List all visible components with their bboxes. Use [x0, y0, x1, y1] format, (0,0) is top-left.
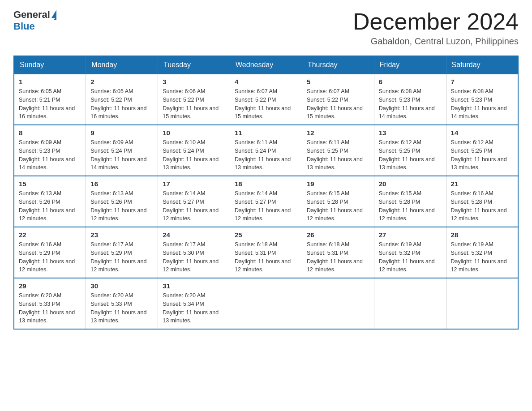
day-info: Sunrise: 6:17 AMSunset: 5:30 PMDaylight:…	[163, 240, 225, 274]
day-number: 28	[451, 231, 513, 239]
day-info: Sunrise: 6:08 AMSunset: 5:23 PMDaylight:…	[379, 87, 442, 121]
table-row: 29Sunrise: 6:20 AMSunset: 5:33 PMDayligh…	[14, 278, 86, 329]
calendar-week-row: 15Sunrise: 6:13 AMSunset: 5:26 PMDayligh…	[14, 176, 518, 227]
logo-blue-text: Blue	[13, 21, 35, 32]
table-row: 13Sunrise: 6:12 AMSunset: 5:25 PMDayligh…	[374, 125, 446, 176]
logo-icon	[51, 10, 56, 20]
table-row: 18Sunrise: 6:14 AMSunset: 5:27 PMDayligh…	[230, 176, 302, 227]
day-number: 6	[379, 78, 442, 86]
day-info: Sunrise: 6:12 AMSunset: 5:25 PMDaylight:…	[451, 138, 513, 172]
table-row: 10Sunrise: 6:10 AMSunset: 5:24 PMDayligh…	[158, 125, 230, 176]
day-info: Sunrise: 6:18 AMSunset: 5:31 PMDaylight:…	[235, 240, 297, 274]
calendar-week-row: 1Sunrise: 6:05 AMSunset: 5:21 PMDaylight…	[14, 74, 518, 125]
day-number: 31	[163, 282, 225, 290]
day-info: Sunrise: 6:18 AMSunset: 5:31 PMDaylight:…	[307, 240, 369, 274]
col-wednesday: Wednesday	[230, 56, 302, 74]
col-tuesday: Tuesday	[158, 56, 230, 74]
day-number: 1	[19, 78, 81, 86]
day-info: Sunrise: 6:14 AMSunset: 5:27 PMDaylight:…	[163, 189, 225, 223]
day-info: Sunrise: 6:13 AMSunset: 5:26 PMDaylight:…	[19, 189, 81, 223]
day-number: 2	[90, 78, 153, 86]
day-number: 15	[19, 180, 81, 188]
day-info: Sunrise: 6:17 AMSunset: 5:29 PMDaylight:…	[90, 240, 153, 274]
table-row: 17Sunrise: 6:14 AMSunset: 5:27 PMDayligh…	[158, 176, 230, 227]
table-row: 27Sunrise: 6:19 AMSunset: 5:32 PMDayligh…	[374, 227, 446, 278]
calendar-table: Sunday Monday Tuesday Wednesday Thursday…	[13, 56, 519, 330]
day-info: Sunrise: 6:13 AMSunset: 5:26 PMDaylight:…	[90, 189, 153, 223]
day-info: Sunrise: 6:11 AMSunset: 5:24 PMDaylight:…	[235, 138, 297, 172]
day-info: Sunrise: 6:20 AMSunset: 5:34 PMDaylight:…	[163, 291, 225, 325]
day-number: 10	[163, 129, 225, 137]
day-number: 12	[307, 129, 369, 137]
table-row	[446, 278, 518, 329]
day-number: 16	[90, 180, 153, 188]
day-info: Sunrise: 6:12 AMSunset: 5:25 PMDaylight:…	[379, 138, 442, 172]
table-row	[302, 278, 374, 329]
header: General Blue December 2024 Gabaldon, Cen…	[13, 9, 519, 47]
month-title: December 2024	[353, 9, 519, 34]
col-sunday: Sunday	[14, 56, 86, 74]
day-number: 13	[379, 129, 442, 137]
day-number: 27	[379, 231, 442, 239]
table-row: 12Sunrise: 6:11 AMSunset: 5:25 PMDayligh…	[302, 125, 374, 176]
day-number: 24	[163, 231, 225, 239]
table-row: 22Sunrise: 6:16 AMSunset: 5:29 PMDayligh…	[14, 227, 86, 278]
table-row: 9Sunrise: 6:09 AMSunset: 5:24 PMDaylight…	[86, 125, 158, 176]
day-number: 19	[307, 180, 369, 188]
table-row: 8Sunrise: 6:09 AMSunset: 5:23 PMDaylight…	[14, 125, 86, 176]
table-row: 16Sunrise: 6:13 AMSunset: 5:26 PMDayligh…	[86, 176, 158, 227]
day-info: Sunrise: 6:08 AMSunset: 5:23 PMDaylight:…	[451, 87, 513, 121]
day-info: Sunrise: 6:16 AMSunset: 5:29 PMDaylight:…	[19, 240, 81, 274]
table-row: 19Sunrise: 6:15 AMSunset: 5:28 PMDayligh…	[302, 176, 374, 227]
table-row: 11Sunrise: 6:11 AMSunset: 5:24 PMDayligh…	[230, 125, 302, 176]
table-row: 21Sunrise: 6:16 AMSunset: 5:28 PMDayligh…	[446, 176, 518, 227]
day-number: 9	[90, 129, 153, 137]
table-row: 24Sunrise: 6:17 AMSunset: 5:30 PMDayligh…	[158, 227, 230, 278]
calendar-week-row: 29Sunrise: 6:20 AMSunset: 5:33 PMDayligh…	[14, 278, 518, 329]
day-info: Sunrise: 6:15 AMSunset: 5:28 PMDaylight:…	[307, 189, 369, 223]
day-info: Sunrise: 6:07 AMSunset: 5:22 PMDaylight:…	[235, 87, 297, 121]
day-info: Sunrise: 6:14 AMSunset: 5:27 PMDaylight:…	[235, 189, 297, 223]
logo: General Blue	[13, 9, 56, 32]
day-number: 4	[235, 78, 297, 86]
day-number: 23	[90, 231, 153, 239]
day-info: Sunrise: 6:20 AMSunset: 5:33 PMDaylight:…	[90, 291, 153, 325]
table-row: 14Sunrise: 6:12 AMSunset: 5:25 PMDayligh…	[446, 125, 518, 176]
day-number: 17	[163, 180, 225, 188]
table-row	[230, 278, 302, 329]
day-number: 11	[235, 129, 297, 137]
table-row: 20Sunrise: 6:15 AMSunset: 5:28 PMDayligh…	[374, 176, 446, 227]
table-row: 1Sunrise: 6:05 AMSunset: 5:21 PMDaylight…	[14, 74, 86, 125]
day-number: 30	[90, 282, 153, 290]
day-info: Sunrise: 6:06 AMSunset: 5:22 PMDaylight:…	[163, 87, 225, 121]
location-subtitle: Gabaldon, Central Luzon, Philippines	[353, 36, 519, 47]
day-number: 18	[235, 180, 297, 188]
day-info: Sunrise: 6:15 AMSunset: 5:28 PMDaylight:…	[379, 189, 442, 223]
day-number: 7	[451, 78, 513, 86]
table-row: 3Sunrise: 6:06 AMSunset: 5:22 PMDaylight…	[158, 74, 230, 125]
day-number: 3	[163, 78, 225, 86]
day-number: 20	[379, 180, 442, 188]
table-row: 26Sunrise: 6:18 AMSunset: 5:31 PMDayligh…	[302, 227, 374, 278]
table-row: 31Sunrise: 6:20 AMSunset: 5:34 PMDayligh…	[158, 278, 230, 329]
day-number: 5	[307, 78, 369, 86]
col-saturday: Saturday	[446, 56, 518, 74]
day-number: 26	[307, 231, 369, 239]
table-row: 28Sunrise: 6:19 AMSunset: 5:32 PMDayligh…	[446, 227, 518, 278]
calendar-week-row: 22Sunrise: 6:16 AMSunset: 5:29 PMDayligh…	[14, 227, 518, 278]
title-section: December 2024 Gabaldon, Central Luzon, P…	[353, 9, 519, 47]
day-info: Sunrise: 6:20 AMSunset: 5:33 PMDaylight:…	[19, 291, 81, 325]
table-row: 5Sunrise: 6:07 AMSunset: 5:22 PMDaylight…	[302, 74, 374, 125]
table-row: 25Sunrise: 6:18 AMSunset: 5:31 PMDayligh…	[230, 227, 302, 278]
day-number: 8	[19, 129, 81, 137]
col-thursday: Thursday	[302, 56, 374, 74]
logo-general-text: General	[13, 9, 50, 21]
day-info: Sunrise: 6:05 AMSunset: 5:21 PMDaylight:…	[19, 87, 81, 121]
table-row: 4Sunrise: 6:07 AMSunset: 5:22 PMDaylight…	[230, 74, 302, 125]
calendar-header-row: Sunday Monday Tuesday Wednesday Thursday…	[14, 56, 518, 74]
table-row: 30Sunrise: 6:20 AMSunset: 5:33 PMDayligh…	[86, 278, 158, 329]
day-info: Sunrise: 6:05 AMSunset: 5:22 PMDaylight:…	[90, 87, 153, 121]
day-info: Sunrise: 6:10 AMSunset: 5:24 PMDaylight:…	[163, 138, 225, 172]
day-number: 22	[19, 231, 81, 239]
day-number: 25	[235, 231, 297, 239]
